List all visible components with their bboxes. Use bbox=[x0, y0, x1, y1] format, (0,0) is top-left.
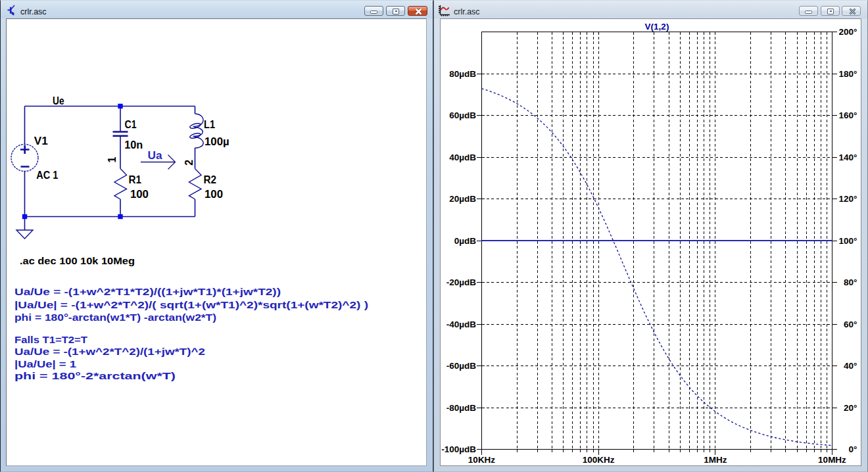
svg-text:-40µdB: -40µdB bbox=[446, 319, 477, 329]
svg-text:Ua/Ue = -(1+w^2*T^2)/(1+jw*T)^: Ua/Ue = -(1+w^2*T^2)/(1+jw*T)^2 bbox=[14, 346, 205, 357]
svg-text:AC 1: AC 1 bbox=[36, 169, 58, 181]
svg-text:160°: 160° bbox=[839, 110, 857, 120]
svg-text:-60µdB: -60µdB bbox=[446, 361, 477, 371]
svg-text:|Ua/Ue| = -(1+w^2*T^2)/( sqrt(: |Ua/Ue| = -(1+w^2*T^2)/( sqrt(1+(w*T1)^2… bbox=[14, 299, 368, 310]
svg-text:phi = 180°-2*arctan(w*T): phi = 180°-2*arctan(w*T) bbox=[14, 370, 176, 381]
svg-text:100°: 100° bbox=[839, 236, 857, 246]
svg-text:|Ua/Ue| = 1: |Ua/Ue| = 1 bbox=[14, 358, 76, 369]
svg-text:Ue: Ue bbox=[53, 95, 64, 106]
svg-text:60µdB: 60µdB bbox=[449, 110, 476, 120]
svg-text:Ua/Ue = -(1+w^2*T1*T2)/((1+jw*: Ua/Ue = -(1+w^2*T1*T2)/((1+jw*T1)*(1+jw*… bbox=[14, 286, 281, 297]
svg-text:100KHz: 100KHz bbox=[583, 455, 615, 465]
svg-text:1MHz: 1MHz bbox=[704, 455, 727, 465]
svg-text:Ua: Ua bbox=[148, 150, 162, 161]
svg-text:2: 2 bbox=[183, 160, 195, 166]
svg-text:20µdB: 20µdB bbox=[449, 194, 476, 204]
svg-text:10n: 10n bbox=[124, 139, 143, 151]
svg-text:10MHz: 10MHz bbox=[818, 455, 846, 465]
svg-text:80°: 80° bbox=[844, 277, 857, 287]
svg-text:-20µdB: -20µdB bbox=[446, 277, 477, 287]
svg-text:R1: R1 bbox=[129, 174, 142, 185]
svg-text:R2: R2 bbox=[204, 174, 217, 185]
svg-text:80µdB: 80µdB bbox=[449, 69, 476, 79]
svg-text:phi = 180°-arctan(w1*T) -arct: phi = 180°-arctan(w1*T) -arctan(w2*T) bbox=[14, 312, 216, 323]
svg-text:20°: 20° bbox=[844, 403, 857, 413]
svg-text:100: 100 bbox=[205, 188, 223, 200]
svg-text:200°: 200° bbox=[839, 27, 857, 37]
svg-text:-100µdB: -100µdB bbox=[441, 444, 476, 454]
svg-text:120°: 120° bbox=[839, 194, 857, 204]
svg-text:V1: V1 bbox=[34, 135, 48, 147]
svg-text:40µdB: 40µdB bbox=[449, 153, 476, 162]
svg-text:100: 100 bbox=[130, 188, 149, 200]
svg-text:10KHz: 10KHz bbox=[468, 455, 496, 465]
svg-text:-80µdB: -80µdB bbox=[446, 403, 477, 413]
svg-text:0µdB: 0µdB bbox=[454, 236, 477, 246]
svg-text:140°: 140° bbox=[839, 153, 857, 162]
svg-text:Falls T1=T2=T: Falls T1=T2=T bbox=[14, 334, 87, 345]
svg-text:0°: 0° bbox=[849, 444, 857, 454]
svg-text:.ac dec 100 10k 10Meg: .ac dec 100 10k 10Meg bbox=[20, 255, 135, 266]
svg-text:180°: 180° bbox=[839, 69, 857, 79]
svg-text:C1: C1 bbox=[125, 118, 137, 130]
svg-text:100µ: 100µ bbox=[205, 135, 229, 147]
svg-text:V(1,2): V(1,2) bbox=[645, 22, 669, 32]
svg-text:L1: L1 bbox=[204, 118, 215, 130]
svg-text:60°: 60° bbox=[844, 319, 857, 329]
svg-text:1: 1 bbox=[107, 156, 118, 162]
svg-text:40°: 40° bbox=[844, 361, 857, 371]
